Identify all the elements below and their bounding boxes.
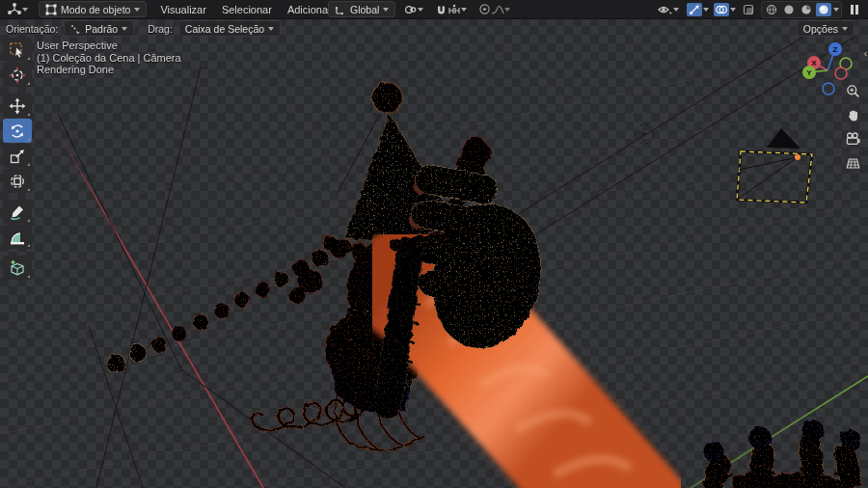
annotate-pen-icon <box>9 203 26 221</box>
pause-icon <box>850 4 859 15</box>
chevron-down-icon <box>268 27 274 31</box>
gizmo-arrow-icon <box>689 3 701 15</box>
scale-icon <box>9 148 26 165</box>
options-label: Opções <box>803 23 838 35</box>
pivot-point-dropdown[interactable] <box>401 2 426 17</box>
transform-orientation-label: Global <box>350 4 379 15</box>
object-mode-dropdown[interactable]: Modo de objeto <box>39 1 147 17</box>
chevron-down-icon <box>461 8 467 12</box>
tool-select-box[interactable] <box>3 38 32 62</box>
camera-object[interactable] <box>737 128 812 203</box>
proportional-editing-icon <box>478 3 491 15</box>
falloff-curve-icon <box>491 4 504 15</box>
camera-origin-dot <box>795 154 800 160</box>
drag-label: Drag: <box>142 23 178 35</box>
tool-scale[interactable] <box>3 144 32 168</box>
options-dropdown[interactable]: Opções <box>797 20 854 37</box>
chevron-down-icon <box>383 8 389 12</box>
drag-mode-value: Caixa de Seleção <box>185 23 264 35</box>
chevron-down-icon <box>418 8 423 12</box>
camera-view-button[interactable] <box>843 129 862 149</box>
hand-icon <box>846 108 860 122</box>
xray-toggle[interactable] <box>741 3 756 16</box>
snap-controls[interactable] <box>432 2 470 17</box>
menu-view[interactable]: Visualizar <box>152 4 214 15</box>
orientation-axes-icon <box>335 4 346 15</box>
orientation-value: Padrão <box>85 23 118 35</box>
pivot-point-icon <box>404 4 418 15</box>
shading-rendered-button[interactable] <box>816 3 831 16</box>
viewport-nav-buttons <box>843 81 862 173</box>
drag-mode-dropdown[interactable]: Caixa de Seleção <box>178 20 281 37</box>
show-gizmos-toggle[interactable] <box>687 3 702 16</box>
magnifier-plus-icon <box>846 84 860 98</box>
move-icon <box>9 97 26 115</box>
hat-pompom <box>370 81 403 114</box>
gizmo-axis-z-negative[interactable] <box>823 83 834 95</box>
orientation-dropdown[interactable]: Padrão <box>64 20 134 37</box>
chevron-down-icon <box>122 27 127 31</box>
shading-material-button[interactable] <box>799 3 814 16</box>
tool-move[interactable] <box>3 94 32 118</box>
viewport-shading-group <box>761 1 842 18</box>
overlays-icon <box>715 4 728 15</box>
tool-rotate[interactable] <box>3 119 32 143</box>
toggle-orthographic-button[interactable] <box>843 153 862 173</box>
chevron-down-icon <box>842 27 848 31</box>
zoom-button[interactable] <box>843 81 862 100</box>
svg-text:Y: Y <box>806 68 812 77</box>
svg-text:X: X <box>811 59 817 68</box>
camera-icon <box>845 132 860 146</box>
gizmos-dropdown-icon[interactable] <box>703 8 709 12</box>
measure-icon <box>9 229 26 246</box>
visibility-eye-icon <box>658 4 673 15</box>
editor-3d-viewport-icon <box>7 3 22 16</box>
sidebar-collapse-arrow[interactable]: ‹ <box>864 48 867 59</box>
object-mode-label: Modo de objeto <box>61 4 130 15</box>
pause-render-button[interactable] <box>847 2 862 17</box>
perspective-grid-icon <box>846 157 860 170</box>
shading-rendered-icon <box>818 4 829 15</box>
shading-solid-button[interactable] <box>781 3 797 16</box>
show-overlays-toggle[interactable] <box>714 3 729 16</box>
viewport-collection-label: (1) Coleção da Cena | Câmera <box>37 52 181 65</box>
proportional-editing-controls[interactable] <box>475 2 513 17</box>
rotate-icon <box>9 122 26 140</box>
blender-window: { "header": { "mode_dropdown": { "label"… <box>0 0 868 488</box>
menu-select[interactable]: Selecionar <box>214 4 280 15</box>
toolbar-left <box>3 38 32 281</box>
svg-text:Z: Z <box>833 45 838 54</box>
viewport-perspective-label: User Perspective <box>37 40 181 52</box>
puppet-braid <box>106 239 349 373</box>
tool-cursor[interactable] <box>3 63 32 87</box>
cursor-3d-icon <box>9 67 26 84</box>
viewport-render-status: Rendering Done <box>37 64 181 76</box>
tool-annotate[interactable] <box>3 200 32 224</box>
tool-settings-bar: Orientação: Padrão Drag: Caixa de Seleçã… <box>0 19 868 38</box>
add-cube-icon <box>9 259 26 277</box>
select-box-icon <box>9 41 26 59</box>
shading-wireframe-button[interactable] <box>764 3 779 16</box>
tool-transform[interactable] <box>3 169 32 193</box>
snap-magnet-icon <box>435 3 448 15</box>
snap-target-icon <box>448 4 461 15</box>
transform-icon <box>9 173 26 190</box>
tool-measure[interactable] <box>3 225 32 249</box>
overlays-dropdown-icon[interactable] <box>730 8 736 12</box>
object-visibility-dropdown[interactable] <box>655 2 682 17</box>
chevron-down-icon <box>22 8 28 12</box>
orientation-default-icon <box>70 23 81 34</box>
tool-add-cube[interactable] <box>3 256 32 280</box>
transform-orientation-dropdown[interactable]: Global <box>328 1 395 17</box>
viewport-header: Modo de objeto Visualizar Selecionar Adi… <box>0 0 868 19</box>
shading-dropdown-icon[interactable] <box>833 8 839 12</box>
editor-type-dropdown[interactable] <box>4 2 31 17</box>
chevron-down-icon <box>673 8 679 12</box>
gizmo-axis-x-negative[interactable] <box>835 68 847 79</box>
shading-wireframe-icon <box>766 4 777 15</box>
xray-icon <box>743 4 754 15</box>
viewport-info-overlay: User Perspective (1) Coleção da Cena | C… <box>37 40 181 76</box>
shading-material-icon <box>800 4 812 15</box>
pan-button[interactable] <box>843 105 862 124</box>
chevron-down-icon <box>504 8 510 12</box>
